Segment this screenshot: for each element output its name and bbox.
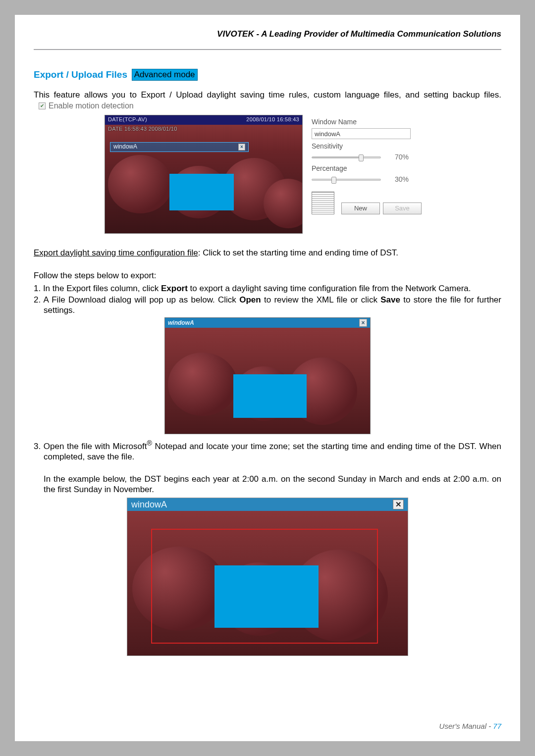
page-number: 77 bbox=[493, 722, 501, 730]
checkbox-icon: ✔ bbox=[39, 102, 46, 109]
save-button[interactable]: Save bbox=[383, 202, 422, 214]
motion-detection-region[interactable] bbox=[233, 374, 307, 418]
percentage-label: Percentage bbox=[312, 164, 430, 173]
page-footer: User's Manual - 77 bbox=[439, 722, 501, 731]
motion-detection-screenshot-1: DATE(TCP-AV) 2008/01/10 16:58:43 DATE 16… bbox=[105, 115, 430, 234]
example-paragraph: In the example below, the DST begins eac… bbox=[34, 474, 501, 495]
new-button[interactable]: New bbox=[341, 202, 380, 214]
sensitivity-slider[interactable] bbox=[312, 156, 381, 158]
export-dst-heading: Export daylight saving time configuratio… bbox=[34, 248, 501, 258]
step-1: 1. In the Export files column, click Exp… bbox=[34, 283, 501, 294]
motion-detection-screenshot-3: windowA ✕ bbox=[127, 498, 408, 656]
motion-histogram bbox=[312, 192, 334, 214]
sensitivity-value: 70% bbox=[395, 153, 409, 162]
motion-window-titlebar[interactable]: windowA × bbox=[110, 142, 249, 152]
motion-detection-screenshot-2: windowA × bbox=[164, 317, 371, 434]
step-2c: to review the XML file or click bbox=[261, 295, 381, 304]
step-3: 3. Open the file with Microsoft® Notepad… bbox=[34, 439, 501, 462]
window-name-label: Window Name bbox=[312, 118, 430, 127]
step-1c: to export a daylight saving time configu… bbox=[188, 284, 471, 293]
slider-thumb-icon[interactable] bbox=[331, 177, 336, 184]
registered-mark: ® bbox=[147, 439, 152, 447]
advanced-mode-badge: Advanced mode bbox=[132, 69, 198, 80]
section-title-text: Export / Upload Files bbox=[34, 69, 127, 80]
export-dst-title: Export daylight saving time configuratio… bbox=[34, 248, 198, 257]
intro-paragraph: This feature allows you to Export / Uplo… bbox=[34, 90, 501, 111]
slider-thumb-icon[interactable] bbox=[359, 154, 364, 161]
window-name-input[interactable] bbox=[312, 128, 411, 139]
percentage-slider[interactable] bbox=[312, 179, 381, 181]
motion-window-name: windowA bbox=[113, 143, 137, 151]
step-1a: 1. In the Export files column, click bbox=[34, 284, 161, 293]
checkbox-label: Enable motion detection bbox=[49, 101, 134, 111]
export-bold: Export bbox=[161, 284, 188, 293]
percentage-value: 30% bbox=[395, 175, 409, 184]
footer-label: User's Manual - bbox=[439, 722, 493, 730]
step-2: 2. A File Download dialog will pop up as… bbox=[34, 295, 501, 316]
open-bold: Open bbox=[239, 295, 261, 304]
motion-detection-region[interactable] bbox=[169, 174, 234, 210]
enable-motion-detection-checkbox[interactable]: ✔ Enable motion detection bbox=[39, 101, 134, 111]
video-source-label: DATE(TCP-AV) bbox=[108, 116, 147, 124]
divider bbox=[34, 49, 501, 50]
step-2a: 2. A File Download dialog will pop up as… bbox=[34, 295, 239, 304]
export-dst-rest: : Click to set the starting time and end… bbox=[198, 248, 398, 257]
intro-text: This feature allows you to Export / Uplo… bbox=[34, 90, 501, 100]
close-icon[interactable]: × bbox=[238, 144, 245, 151]
window-name-2: windowA bbox=[168, 319, 194, 327]
motion-detection-region[interactable] bbox=[214, 565, 319, 628]
save-bold: Save bbox=[380, 295, 400, 304]
section-title: Export / Upload Files Advanced mode bbox=[34, 69, 501, 81]
follow-steps: Follow the steps below to export: bbox=[34, 270, 501, 281]
motion-controls: Window Name Sensitivity 70% Percentage 3… bbox=[312, 115, 430, 215]
video-datetime: 2008/01/10 16:58:43 bbox=[246, 116, 299, 124]
step-3a: 3. Open the file with Microsoft bbox=[34, 442, 147, 451]
window-titlebar-2[interactable]: windowA × bbox=[165, 318, 370, 328]
sensitivity-label: Sensitivity bbox=[312, 142, 430, 151]
close-icon[interactable]: × bbox=[359, 319, 367, 327]
video-title-bar: DATE(TCP-AV) 2008/01/10 16:58:43 bbox=[105, 115, 302, 125]
video-preview: DATE(TCP-AV) 2008/01/10 16:58:43 DATE 16… bbox=[105, 115, 303, 234]
header-brand: VIVOTEK - A Leading Provider of Multimed… bbox=[34, 29, 501, 39]
